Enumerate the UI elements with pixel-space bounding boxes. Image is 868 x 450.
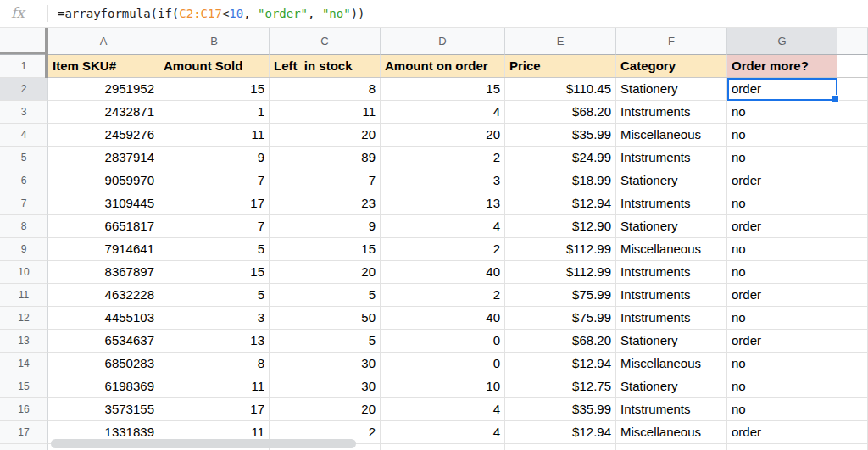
row-header-1[interactable]: 1 (0, 55, 48, 78)
cell-G6[interactable]: order (727, 169, 837, 192)
cell-E7[interactable]: $12.94 (505, 192, 616, 215)
column-header-A[interactable]: A (48, 28, 159, 55)
cell-F2[interactable]: Stationery (616, 78, 727, 101)
cell-C15[interactable]: 30 (270, 375, 381, 398)
cell-A7[interactable]: 3109445 (48, 192, 159, 215)
cell-G10[interactable]: no (727, 261, 837, 284)
cell-H18[interactable] (837, 444, 868, 450)
cell-G8[interactable]: order (727, 215, 837, 238)
cell-E10[interactable]: $112.99 (505, 261, 616, 284)
cell-A2[interactable]: 2951952 (48, 78, 159, 101)
cell-D9[interactable]: 2 (381, 238, 505, 261)
cell-B6[interactable]: 7 (159, 169, 270, 192)
cell-F10[interactable]: Intstruments (616, 261, 727, 284)
cell-A8[interactable]: 6651817 (48, 215, 159, 238)
cell-H7[interactable] (837, 192, 868, 215)
cell-B16[interactable]: 17 (159, 398, 270, 421)
cell-F13[interactable]: Stationery (616, 330, 727, 353)
row-header-7[interactable]: 7 (0, 192, 48, 215)
row-header-11[interactable]: 11 (0, 284, 48, 307)
cell-B8[interactable]: 7 (159, 215, 270, 238)
cell-G12[interactable]: no (727, 307, 837, 330)
cell-C6[interactable]: 7 (270, 169, 381, 192)
cell-C16[interactable]: 20 (270, 398, 381, 421)
cell-D1[interactable]: Amount on order (381, 55, 505, 78)
column-header-B[interactable]: B (159, 28, 270, 55)
cell-H16[interactable] (837, 398, 868, 421)
cell-F8[interactable]: Stationery (616, 215, 727, 238)
cell-B3[interactable]: 1 (159, 101, 270, 124)
horizontal-scrollbar-thumb[interactable] (51, 439, 356, 448)
cell-H2[interactable] (837, 78, 868, 101)
cell-B5[interactable]: 9 (159, 147, 270, 169)
cell-G7[interactable]: no (727, 192, 837, 215)
cell-C4[interactable]: 20 (270, 124, 381, 147)
cell-H11[interactable] (837, 284, 868, 307)
cell-G1[interactable]: Order more? (727, 55, 837, 78)
cell-F17[interactable]: Miscellaneous (616, 421, 727, 444)
row-header-9[interactable]: 9 (0, 238, 48, 261)
cell-A13[interactable]: 6534637 (48, 330, 159, 353)
column-header-C[interactable]: C (270, 28, 381, 55)
cell-H10[interactable] (837, 261, 868, 284)
cell-D2[interactable]: 15 (381, 78, 505, 101)
cell-B13[interactable]: 13 (159, 330, 270, 353)
row-header-13[interactable]: 13 (0, 330, 48, 353)
cell-E17[interactable]: $12.94 (505, 421, 616, 444)
cell-D13[interactable]: 0 (381, 330, 505, 353)
row-header-6[interactable]: 6 (0, 169, 48, 192)
cell-A6[interactable]: 9059970 (48, 169, 159, 192)
cell-G15[interactable]: no (727, 375, 837, 398)
cell-G4[interactable]: no (727, 124, 837, 147)
column-header-F[interactable]: F (616, 28, 727, 55)
cell-C2[interactable]: 8 (270, 78, 381, 101)
cell-F4[interactable]: Miscellaneous (616, 124, 727, 147)
cell-E18[interactable] (505, 444, 616, 450)
cell-C5[interactable]: 89 (270, 147, 381, 169)
cell-F11[interactable]: Intstruments (616, 284, 727, 307)
fill-handle[interactable] (832, 95, 839, 103)
cell-H6[interactable] (837, 169, 868, 192)
cell-D12[interactable]: 40 (381, 307, 505, 330)
cell-F14[interactable]: Miscellaneous (616, 353, 727, 375)
row-header-5[interactable]: 5 (0, 147, 48, 169)
cell-H3[interactable] (837, 101, 868, 124)
cell-C12[interactable]: 50 (270, 307, 381, 330)
cell-E6[interactable]: $18.99 (505, 169, 616, 192)
cell-D10[interactable]: 40 (381, 261, 505, 284)
cell-E8[interactable]: $12.90 (505, 215, 616, 238)
cell-F16[interactable]: Intstruments (616, 398, 727, 421)
cell-G16[interactable]: no (727, 398, 837, 421)
cell-A4[interactable]: 2459276 (48, 124, 159, 147)
cell-A11[interactable]: 4632228 (48, 284, 159, 307)
cell-C7[interactable]: 23 (270, 192, 381, 215)
row-header-18[interactable] (0, 444, 48, 450)
cell-E3[interactable]: $68.20 (505, 101, 616, 124)
cell-A5[interactable]: 2837914 (48, 147, 159, 169)
cell-E13[interactable]: $68.20 (505, 330, 616, 353)
cell-D18[interactable] (381, 444, 505, 450)
row-header-12[interactable]: 12 (0, 307, 48, 330)
cell-D7[interactable]: 13 (381, 192, 505, 215)
column-header-E[interactable]: E (505, 28, 616, 55)
cell-C9[interactable]: 15 (270, 238, 381, 261)
cell-H4[interactable] (837, 124, 868, 147)
cell-H12[interactable] (837, 307, 868, 330)
cell-D14[interactable]: 0 (381, 353, 505, 375)
cell-D15[interactable]: 10 (381, 375, 505, 398)
cell-C11[interactable]: 5 (270, 284, 381, 307)
cell-A1[interactable]: Item SKU# (48, 55, 159, 78)
cell-B9[interactable]: 5 (159, 238, 270, 261)
cell-C8[interactable]: 9 (270, 215, 381, 238)
cell-D17[interactable]: 4 (381, 421, 505, 444)
row-header-14[interactable]: 14 (0, 353, 48, 375)
cell-D6[interactable]: 3 (381, 169, 505, 192)
cell-F6[interactable]: Stationery (616, 169, 727, 192)
cell-H17[interactable] (837, 421, 868, 444)
cell-D11[interactable]: 2 (381, 284, 505, 307)
row-header-2[interactable]: 2 (0, 78, 48, 101)
cell-G9[interactable]: no (727, 238, 837, 261)
row-header-10[interactable]: 10 (0, 261, 48, 284)
cell-A12[interactable]: 4455103 (48, 307, 159, 330)
cell-H9[interactable] (837, 238, 868, 261)
